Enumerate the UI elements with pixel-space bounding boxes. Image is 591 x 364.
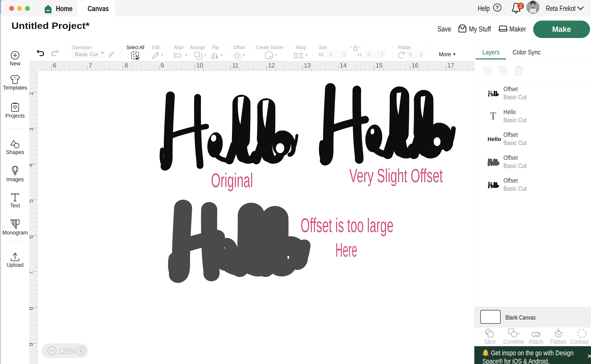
svg-text:?: ? bbox=[496, 5, 499, 10]
svg-text:Here: Here bbox=[335, 239, 357, 260]
svg-text:Original: Original bbox=[211, 170, 253, 191]
svg-text:Very Slight Offset: Very Slight Offset bbox=[349, 165, 443, 186]
svg-text:Offset is too large: Offset is too large bbox=[301, 215, 394, 236]
svg-text:2: 2 bbox=[519, 3, 522, 9]
